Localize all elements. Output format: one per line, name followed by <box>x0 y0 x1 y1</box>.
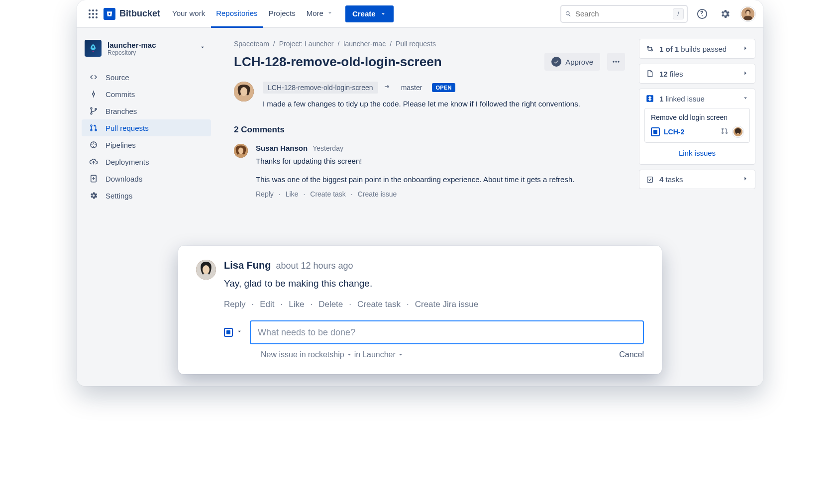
crumb[interactable]: Project: Launcher <box>279 40 334 48</box>
issue-summary-input[interactable] <box>250 320 644 344</box>
comment-action-like[interactable]: Like <box>286 190 299 198</box>
source-branch-chip[interactable]: LCH-128-remove-old-login-screen <box>263 82 378 94</box>
svg-point-32 <box>651 50 652 51</box>
sidebar-item-label: Deployments <box>105 158 149 166</box>
nav-your-work[interactable]: Your work <box>167 0 210 28</box>
brand[interactable]: Bitbucket <box>104 8 160 20</box>
panel-tasks-text: 4 tasks <box>659 175 683 184</box>
chevron-down-icon <box>346 352 352 358</box>
search-input[interactable] <box>575 9 670 18</box>
create-button[interactable]: Create <box>345 5 394 22</box>
comment-avatar[interactable] <box>234 144 248 158</box>
link-issues-button[interactable]: Link issues <box>639 143 755 157</box>
title-row: LCH-128-remove-old-login-screen Approve <box>234 53 625 71</box>
svg-point-28 <box>240 87 247 96</box>
breadcrumb: Spaceteam/ Project: Launcher/ launcher-m… <box>234 40 625 48</box>
sidebar-item-settings[interactable]: Settings <box>82 187 211 204</box>
sidebar-item-deployments[interactable]: Deployments <box>82 153 211 170</box>
comment-text: Yay, glad to be making this change. <box>224 276 562 291</box>
svg-point-19 <box>91 125 92 126</box>
comment-actions: Reply Edit Like Delete Create task Creat… <box>224 300 644 309</box>
sidebar-item-commits[interactable]: Commits <box>82 86 211 102</box>
inline-comment-card: Lisa Fung about 12 hours ago Yay, glad t… <box>178 246 662 374</box>
create-issue-row <box>224 320 644 344</box>
comment-action-reply[interactable]: Reply <box>224 300 245 309</box>
comment-action-delete[interactable]: Delete <box>318 300 343 309</box>
sidebar-item-source[interactable]: Source <box>82 69 211 86</box>
comment-action-create-jira[interactable]: Create Jira issue <box>415 300 479 309</box>
issue-type-picker[interactable] <box>224 328 243 337</box>
linked-issue-card[interactable]: Remove old login screen LCH-2 <box>644 108 750 143</box>
assignee-avatar[interactable] <box>733 126 743 137</box>
crumb[interactable]: Pull requests <box>396 40 436 48</box>
download-icon <box>89 174 99 183</box>
nav-projects[interactable]: Projects <box>264 0 301 28</box>
linked-issue-key[interactable]: LCH-2 <box>664 128 684 136</box>
nav-projects-label: Projects <box>269 9 296 17</box>
nav-repositories[interactable]: Repositories <box>211 0 262 28</box>
panel-linked-text: 1 linked issue <box>659 95 705 103</box>
approve-button[interactable]: Approve <box>544 53 600 71</box>
bitbucket-logo-icon <box>104 8 115 20</box>
repo-context[interactable]: launcher-mac Repository <box>82 37 211 65</box>
panel-tasks[interactable]: 4 tasks <box>639 170 755 189</box>
comment-avatar[interactable] <box>196 260 216 280</box>
search-box[interactable]: / <box>560 5 688 23</box>
sidebar-item-pull-requests[interactable]: Pull requests <box>82 119 211 136</box>
profile-avatar[interactable] <box>740 6 755 21</box>
help-icon[interactable] <box>694 5 711 22</box>
sidebar-item-branches[interactable]: Branches <box>82 102 211 119</box>
svg-point-26 <box>618 61 619 62</box>
project-picker[interactable]: rocketship <box>308 350 352 359</box>
comment-action-edit[interactable]: Edit <box>260 300 274 309</box>
code-icon <box>89 73 99 82</box>
panel-builds[interactable]: 1 of 1 builds passed <box>639 39 755 59</box>
nav-more[interactable]: More <box>302 0 338 28</box>
pr-description-block: LCH-128-remove-old-login-screen master O… <box>234 82 625 110</box>
svg-point-5 <box>96 13 98 15</box>
search-shortcut-hint: / <box>673 8 684 19</box>
comment-action-create-issue[interactable]: Create issue <box>358 190 397 198</box>
panel-files[interactable]: 12 files <box>639 64 755 84</box>
cancel-button[interactable]: Cancel <box>619 350 644 359</box>
settings-icon[interactable] <box>717 5 734 22</box>
task-icon <box>645 176 654 184</box>
svg-point-24 <box>613 61 614 62</box>
crumb[interactable]: launcher-mac <box>343 40 386 48</box>
panel-builds-text: 1 of 1 builds passed <box>659 45 727 53</box>
crumb[interactable]: Spaceteam <box>234 40 269 48</box>
svg-point-0 <box>89 9 91 11</box>
comment-author[interactable]: Susan Hanson <box>256 144 308 152</box>
chevron-right-icon <box>742 45 749 53</box>
svg-point-36 <box>726 132 728 134</box>
panel-linked-head[interactable]: 1 linked issue <box>639 89 755 108</box>
container-picker[interactable]: Launcher <box>362 350 404 359</box>
svg-point-16 <box>91 107 92 109</box>
cloud-upload-icon <box>89 157 99 166</box>
svg-point-15 <box>93 93 95 96</box>
more-actions-button[interactable] <box>607 53 625 71</box>
svg-point-3 <box>89 13 91 15</box>
primary-nav: Your work Repositories Projects More <box>167 0 338 28</box>
sidebar-item-downloads[interactable]: Downloads <box>82 170 211 187</box>
author-avatar[interactable] <box>234 82 254 101</box>
issue-type-icon <box>651 127 660 136</box>
svg-point-12 <box>746 10 750 15</box>
pr-state-lozenge: OPEN <box>432 83 455 92</box>
comment-action-like[interactable]: Like <box>289 300 304 309</box>
sidebar-item-pipelines[interactable]: Pipelines <box>82 136 211 153</box>
dest-branch-chip[interactable]: master <box>396 82 427 94</box>
comment-action-reply[interactable]: Reply <box>256 190 274 198</box>
svg-point-21 <box>95 129 97 131</box>
jira-icon <box>645 94 654 103</box>
svg-rect-39 <box>647 177 653 182</box>
search-icon <box>564 10 572 18</box>
comment-text: This was one of the biggest pain point i… <box>256 174 594 185</box>
comment-action-create-task[interactable]: Create task <box>310 190 346 198</box>
pr-description: I made a few changes to tidy up the code… <box>263 99 581 110</box>
comment-action-create-task[interactable]: Create task <box>357 300 401 309</box>
nav-more-label: More <box>307 9 323 17</box>
comment-time: Yesterday <box>313 144 343 152</box>
app-switcher-icon[interactable] <box>85 5 102 22</box>
comment-author[interactable]: Lisa Fung <box>224 260 271 271</box>
